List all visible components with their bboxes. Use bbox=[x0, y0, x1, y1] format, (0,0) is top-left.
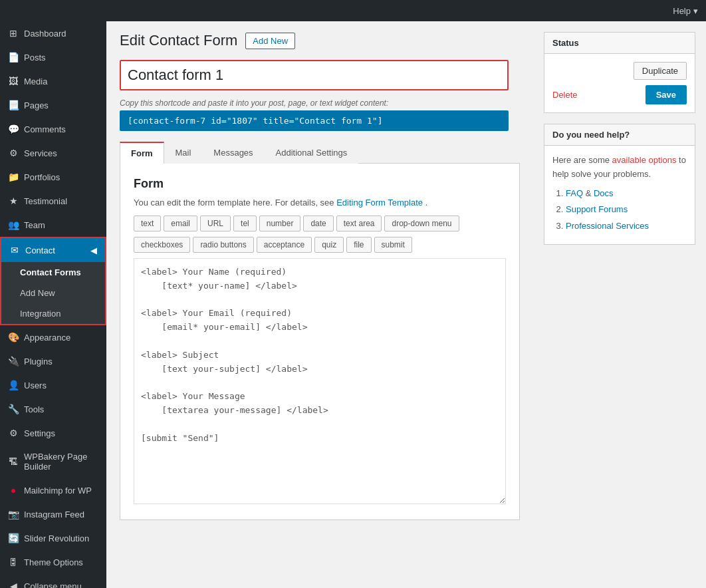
sidebar-item-appearance[interactable]: 🎨 Appearance bbox=[0, 325, 106, 349]
sidebar-item-label: Users bbox=[24, 380, 47, 390]
sidebar-item-plugins[interactable]: 🔌 Plugins bbox=[0, 349, 106, 373]
shortcode-box[interactable]: [contact-form-7 id="1807" title="Contact… bbox=[120, 110, 509, 131]
sidebar-item-comments[interactable]: 💬 Comments bbox=[0, 117, 106, 141]
sidebar-item-label: Instagram Feed bbox=[24, 510, 84, 519]
delete-link[interactable]: Delete bbox=[552, 90, 578, 100]
tab-mail[interactable]: Mail bbox=[164, 142, 203, 164]
form-panel-heading: Form bbox=[134, 177, 506, 191]
tag-btn-checkboxes[interactable]: checkboxes bbox=[134, 237, 190, 253]
tag-btn-email[interactable]: email bbox=[164, 216, 197, 231]
sidebar-item-tools[interactable]: 🔧 Tools bbox=[0, 397, 106, 421]
status-box-header: Status bbox=[544, 33, 695, 54]
sidebar-item-theme-options[interactable]: 🎛 Theme Options bbox=[0, 550, 106, 574]
help-box-body: Here are some available options to help … bbox=[544, 146, 695, 244]
instagram-icon: 📷 bbox=[8, 509, 19, 519]
sidebar-item-collapse[interactable]: ◀ Collapse menu bbox=[0, 574, 106, 588]
support-forums-link[interactable]: Support Forums bbox=[566, 204, 628, 214]
tools-icon: 🔧 bbox=[8, 404, 19, 414]
sidebar-item-posts[interactable]: 📄 Posts bbox=[0, 45, 106, 69]
posts-icon: 📄 bbox=[8, 52, 19, 63]
contact-icon: ✉ bbox=[9, 245, 20, 255]
mailchimp-icon: ● bbox=[8, 485, 19, 496]
editing-form-template-link[interactable]: Editing Form Template bbox=[336, 198, 423, 208]
sidebar-item-mailchimp[interactable]: ● Mailchimp for WP bbox=[0, 478, 106, 502]
portfolios-icon: 📁 bbox=[8, 172, 19, 182]
tab-form[interactable]: Form bbox=[120, 142, 164, 164]
add-new-button[interactable]: Add New bbox=[245, 33, 295, 49]
sidebar-item-media[interactable]: 🖼 Media bbox=[0, 69, 106, 93]
help-list-item-2: Support Forums bbox=[566, 203, 687, 217]
sidebar-item-label: Media bbox=[24, 76, 47, 86]
tab-additional-settings[interactable]: Additional Settings bbox=[265, 142, 359, 164]
tag-btn-textarea[interactable]: text area bbox=[336, 216, 382, 231]
status-actions: Delete Save bbox=[552, 85, 687, 104]
sidebar-item-label: Posts bbox=[24, 53, 46, 63]
dashboard-icon: ⊞ bbox=[8, 28, 19, 39]
tag-btn-date[interactable]: date bbox=[303, 216, 333, 231]
top-bar: Help ▾ bbox=[0, 0, 706, 21]
sidebar-item-label: Services bbox=[24, 148, 57, 158]
save-button[interactable]: Save bbox=[646, 85, 687, 104]
sidebar-item-testimonial[interactable]: ★ Testimonial bbox=[0, 189, 106, 213]
shortcode-label: Copy this shortcode and paste it into yo… bbox=[120, 98, 520, 108]
tag-btn-radio[interactable]: radio buttons bbox=[193, 237, 253, 253]
docs-link[interactable]: Docs bbox=[594, 188, 614, 198]
sidebar-item-contact[interactable]: ✉ Contact ◀ bbox=[1, 238, 105, 262]
form-panel-description: You can edit the form template here. For… bbox=[134, 198, 506, 208]
tag-btn-file[interactable]: file bbox=[346, 237, 371, 253]
sidebar-item-label: Testimonial bbox=[24, 196, 67, 206]
sidebar-item-portfolios[interactable]: 📁 Portfolios bbox=[0, 165, 106, 189]
tag-btn-acceptance[interactable]: acceptance bbox=[257, 237, 312, 253]
sidebar-item-label: Appearance bbox=[24, 333, 70, 343]
tag-btn-url[interactable]: URL bbox=[200, 216, 231, 231]
tag-btn-quiz[interactable]: quiz bbox=[314, 237, 344, 253]
sidebar-item-label: Portfolios bbox=[24, 172, 60, 182]
tag-btn-tel[interactable]: tel bbox=[233, 216, 257, 231]
sidebar-item-label: Settings bbox=[24, 428, 55, 438]
help-list-item-3: Professional Services bbox=[566, 220, 687, 233]
form-code-textarea[interactable]: <label> Your Name (required) [text* your… bbox=[134, 258, 506, 504]
help-button[interactable]: Help ▾ bbox=[673, 6, 698, 16]
sidebar-item-dashboard[interactable]: ⊞ Dashboard bbox=[0, 21, 106, 45]
sidebar-item-instagram[interactable]: 📷 Instagram Feed bbox=[0, 502, 106, 526]
tabs: Form Mail Messages Additional Settings bbox=[120, 142, 520, 164]
tag-buttons-row2: checkboxes radio buttons acceptance quiz… bbox=[134, 237, 506, 253]
sidebar-item-label: Team bbox=[24, 220, 45, 230]
sidebar-item-wpbakery[interactable]: 🏗 WPBakery Page Builder bbox=[0, 445, 106, 478]
submenu-integration[interactable]: Integration bbox=[1, 303, 105, 324]
users-icon: 👤 bbox=[8, 380, 19, 390]
main-content: Edit Contact Form Add New Copy this shor… bbox=[106, 21, 533, 588]
tag-btn-number[interactable]: number bbox=[259, 216, 301, 231]
sidebar-item-slider-revolution[interactable]: 🔄 Slider Revolution bbox=[0, 526, 106, 550]
sidebar-item-label: WPBakery Page Builder bbox=[24, 452, 98, 472]
sidebar-item-users[interactable]: 👤 Users bbox=[0, 373, 106, 397]
tag-btn-submit[interactable]: submit bbox=[374, 237, 412, 253]
submenu-add-new[interactable]: Add New bbox=[1, 283, 105, 303]
professional-services-link[interactable]: Professional Services bbox=[566, 221, 649, 231]
faq-link[interactable]: FAQ bbox=[566, 188, 583, 198]
sidebar-item-label: Contact bbox=[25, 245, 55, 255]
sidebar-item-label: Dashboard bbox=[24, 29, 66, 39]
layout: ⊞ Dashboard 📄 Posts 🖼 Media 📃 Pages 💬 Co… bbox=[0, 21, 706, 588]
help-box: Do you need help? Here are some availabl… bbox=[544, 124, 695, 245]
team-icon: 👥 bbox=[8, 220, 19, 230]
tag-btn-text[interactable]: text bbox=[134, 216, 161, 231]
submenu-contact-forms[interactable]: Contact Forms bbox=[1, 262, 105, 283]
services-icon: ⚙ bbox=[8, 148, 19, 158]
tag-btn-dropdown[interactable]: drop-down menu bbox=[384, 216, 459, 231]
tab-messages[interactable]: Messages bbox=[202, 142, 264, 164]
sidebar-item-team[interactable]: 👥 Team bbox=[0, 213, 106, 237]
media-icon: 🖼 bbox=[8, 76, 19, 86]
sidebar-item-label: Pages bbox=[24, 100, 49, 110]
page-title: Edit Contact Form bbox=[120, 32, 237, 49]
pages-icon: 📃 bbox=[8, 100, 19, 110]
sidebar-item-label: Mailchimp for WP bbox=[24, 486, 92, 496]
status-box: Status Duplicate Delete Save bbox=[544, 32, 695, 113]
sidebar-item-settings[interactable]: ⚙ Settings bbox=[0, 421, 106, 445]
theme-options-icon: 🎛 bbox=[8, 557, 19, 567]
sidebar-item-services[interactable]: ⚙ Services bbox=[0, 141, 106, 165]
form-title-input[interactable] bbox=[120, 60, 509, 90]
duplicate-button[interactable]: Duplicate bbox=[634, 62, 687, 80]
sidebar-item-pages[interactable]: 📃 Pages bbox=[0, 93, 106, 117]
form-panel: Form You can edit the form template here… bbox=[120, 164, 520, 520]
